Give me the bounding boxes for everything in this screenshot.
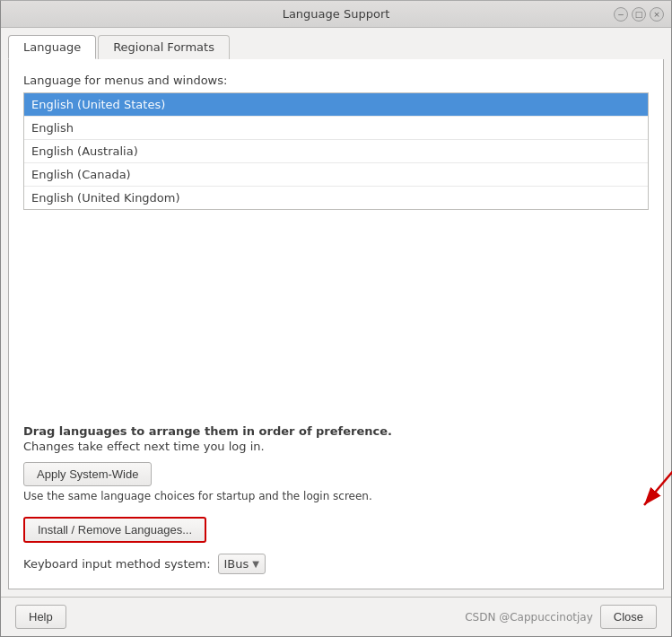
keyboard-method-value: IBus bbox=[224, 557, 249, 571]
keyboard-input-label: Keyboard input method system: bbox=[23, 557, 211, 571]
list-item-english-au[interactable]: English (Australia) bbox=[24, 140, 648, 163]
watermark: CSDN @Cappuccinotjay bbox=[465, 611, 593, 624]
footer-right: CSDN @Cappuccinotjay Close bbox=[465, 605, 657, 629]
window-title: Language Support bbox=[283, 7, 390, 21]
main-window: Language Support − □ × Language Regional… bbox=[0, 0, 672, 637]
install-remove-languages-button[interactable]: Install / Remove Languages... bbox=[23, 517, 206, 543]
drag-hint-sub: Changes take effect next time you log in… bbox=[23, 440, 649, 453]
tab-language[interactable]: Language bbox=[8, 35, 96, 59]
bottom-section: Drag languages to arrange them in order … bbox=[23, 424, 649, 574]
list-item-english-ca[interactable]: English (Canada) bbox=[24, 163, 648, 187]
tab-bar: Language Regional Formats bbox=[1, 28, 671, 59]
apply-system-wide-button[interactable]: Apply System-Wide bbox=[23, 462, 152, 486]
install-container: Install / Remove Languages... bbox=[23, 510, 649, 543]
minimize-button[interactable]: − bbox=[614, 7, 628, 22]
tab-regional-formats[interactable]: Regional Formats bbox=[98, 35, 230, 59]
dialog-close-button[interactable]: Close bbox=[600, 605, 657, 629]
chevron-down-icon: ▼ bbox=[252, 559, 259, 569]
list-item-english[interactable]: English bbox=[24, 117, 648, 140]
keyboard-method-select[interactable]: IBus ▼ bbox=[218, 554, 266, 574]
footer: Help CSDN @Cappuccinotjay Close bbox=[1, 597, 671, 636]
drag-hint: Drag languages to arrange them in order … bbox=[23, 424, 649, 438]
languages-section-label: Language for menus and windows: bbox=[23, 74, 649, 87]
list-item-english-us[interactable]: English (United States) bbox=[24, 93, 648, 117]
content-area: Language Regional Formats Language for m… bbox=[1, 28, 671, 597]
window-controls: − □ × bbox=[614, 7, 664, 22]
language-list: English (United States) English English … bbox=[23, 92, 649, 210]
use-same-text: Use the same language choices for startu… bbox=[23, 490, 649, 502]
apply-row: Apply System-Wide bbox=[23, 462, 649, 486]
footer-left: Help bbox=[15, 605, 66, 629]
keyboard-input-row: Keyboard input method system: IBus ▼ bbox=[23, 554, 649, 574]
titlebar: Language Support − □ × bbox=[1, 1, 671, 28]
close-button[interactable]: × bbox=[650, 7, 664, 22]
list-item-english-uk[interactable]: English (United Kingdom) bbox=[24, 187, 648, 209]
tab-language-content: Language for menus and windows: English … bbox=[8, 59, 664, 589]
help-button[interactable]: Help bbox=[15, 605, 66, 629]
maximize-button[interactable]: □ bbox=[632, 7, 646, 22]
